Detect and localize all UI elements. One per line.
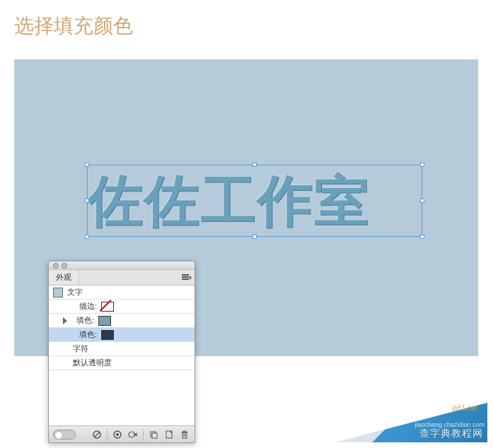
row-stroke[interactable]: 描边: <box>49 300 195 314</box>
panel-footer <box>49 425 195 442</box>
panel-tabs: 外观 <box>49 270 195 285</box>
panel-menu-icon[interactable] <box>180 273 192 281</box>
row-characters[interactable]: 字符 <box>49 342 195 356</box>
handle-bottom-right[interactable] <box>420 235 424 239</box>
stroke-swatch-none-icon[interactable] <box>101 302 114 312</box>
new-icon[interactable] <box>163 429 175 440</box>
traffic-lights <box>53 263 67 269</box>
svg-rect-11 <box>182 432 187 438</box>
svg-rect-1 <box>182 276 189 278</box>
handle-top-right[interactable] <box>420 163 424 167</box>
panel-spacer <box>49 370 195 425</box>
row-default-opacity[interactable]: 默认透明度 <box>49 356 195 370</box>
trash-icon[interactable] <box>179 429 190 440</box>
type-label: 文字 <box>67 287 83 297</box>
watermark: jb51.net jiaocheng.chazidian.com 查字典教程网 <box>335 403 487 442</box>
svg-point-7 <box>129 432 134 437</box>
svg-rect-2 <box>182 278 189 280</box>
opacity-label: 默认透明度 <box>73 358 112 368</box>
fill1-swatch[interactable] <box>98 316 111 326</box>
panel-body: 文字 描边: 填色: 填色: 字符 默认透明度 <box>49 285 195 425</box>
no-fill-icon[interactable] <box>91 429 103 440</box>
fill2-swatch[interactable] <box>101 330 114 340</box>
svg-line-4 <box>94 432 100 437</box>
row-fill-2[interactable]: 填色: <box>49 328 195 342</box>
selection-box <box>87 165 422 237</box>
handle-mid-left[interactable] <box>85 199 89 203</box>
fill2-label: 填色: <box>73 329 97 340</box>
watermark-site: jb51.net <box>452 404 477 412</box>
duplicate-icon[interactable] <box>148 429 159 440</box>
svg-point-6 <box>116 433 119 436</box>
min-dot[interactable] <box>62 263 67 269</box>
tab-appearance[interactable]: 外观 <box>49 270 79 285</box>
clear-appearance-icon[interactable] <box>112 429 123 440</box>
page-title: 选择填充颜色 <box>0 0 493 40</box>
footer-sep <box>107 429 108 440</box>
handle-bottom-center[interactable] <box>253 235 257 239</box>
type-swatch-icon <box>53 288 63 297</box>
row-type[interactable]: 文字 <box>49 285 195 300</box>
watermark-brand: 查字典教程网 <box>419 428 483 440</box>
svg-rect-9 <box>152 433 157 438</box>
stroke-label: 描边: <box>73 301 97 312</box>
row-fill-1[interactable]: 填色: <box>49 314 195 328</box>
close-dot[interactable] <box>53 263 59 269</box>
text-object[interactable]: 佐佐工作室 <box>88 165 422 236</box>
handle-bottom-left[interactable] <box>85 235 89 239</box>
watermark-banner: jb51.net jiaocheng.chazidian.com 查字典教程网 <box>335 403 487 442</box>
fx-icon[interactable] <box>127 429 139 440</box>
svg-rect-0 <box>182 274 189 276</box>
fill1-label: 填色: <box>70 315 94 326</box>
appearance-panel[interactable]: 外观 文字 描边: 填色: 填色: 字符 默认透 <box>48 261 195 443</box>
chars-label: 字符 <box>73 343 88 354</box>
disclosure-triangle-icon[interactable] <box>63 317 67 324</box>
svg-rect-15 <box>183 431 186 432</box>
handle-top-left[interactable] <box>85 163 89 167</box>
footer-toggle[interactable] <box>53 430 76 440</box>
panel-titlebar[interactable] <box>49 261 195 270</box>
handle-mid-right[interactable] <box>420 199 424 203</box>
handle-top-center[interactable] <box>253 163 257 167</box>
footer-sep2 <box>143 429 144 440</box>
